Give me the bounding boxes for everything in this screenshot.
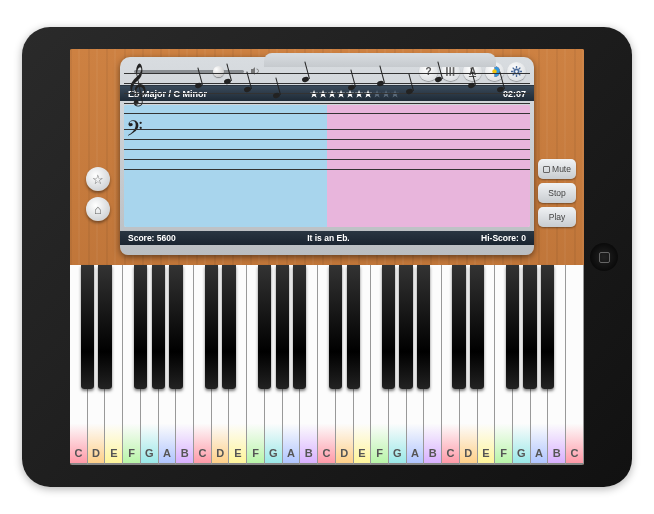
white-key-G[interactable]: G [265,265,283,465]
play-button[interactable]: Play [538,207,576,227]
home-icon-button[interactable]: ⌂ [86,197,110,221]
white-key-G[interactable]: G [141,265,159,465]
mute-button[interactable]: Mute [538,159,576,179]
white-key-C[interactable]: C [566,265,584,465]
white-key-E[interactable]: E [354,265,372,465]
ipad-frame: ☆ ⌂ ? A Eb Major / C Minor [22,27,632,487]
white-key-C[interactable]: C [442,265,460,465]
white-key-B[interactable]: B [176,265,194,465]
white-key-E[interactable]: E [229,265,247,465]
white-key-A[interactable]: A [159,265,177,465]
white-key-B[interactable]: B [424,265,442,465]
piano-keyboard: CDEFGABCDEFGABCDEFGABCDEFGABC [70,265,584,465]
white-key-C[interactable]: C [70,265,88,465]
white-key-B[interactable]: B [300,265,318,465]
white-key-A[interactable]: A [283,265,301,465]
home-button[interactable] [590,243,618,271]
white-key-D[interactable]: D [88,265,106,465]
white-key-E[interactable]: E [105,265,123,465]
main-panel: ? A Eb Major / C Minor ★★★★★★★★★★ 02:07 … [120,57,534,255]
white-key-C[interactable]: C [318,265,336,465]
white-key-F[interactable]: F [247,265,265,465]
app-screen: ☆ ⌂ ? A Eb Major / C Minor [70,49,584,465]
white-key-G[interactable]: G [513,265,531,465]
white-key-G[interactable]: G [389,265,407,465]
white-key-A[interactable]: A [531,265,549,465]
staff-area: 𝄞 𝄢 [124,105,530,227]
white-key-C[interactable]: C [194,265,212,465]
stop-button[interactable]: Stop [538,183,576,203]
white-key-D[interactable]: D [336,265,354,465]
white-key-F[interactable]: F [371,265,389,465]
white-key-D[interactable]: D [460,265,478,465]
favorite-button[interactable]: ☆ [86,167,110,191]
white-key-B[interactable]: B [548,265,566,465]
white-key-E[interactable]: E [478,265,496,465]
white-key-F[interactable]: F [495,265,513,465]
white-key-D[interactable]: D [212,265,230,465]
white-key-F[interactable]: F [123,265,141,465]
white-key-A[interactable]: A [407,265,425,465]
